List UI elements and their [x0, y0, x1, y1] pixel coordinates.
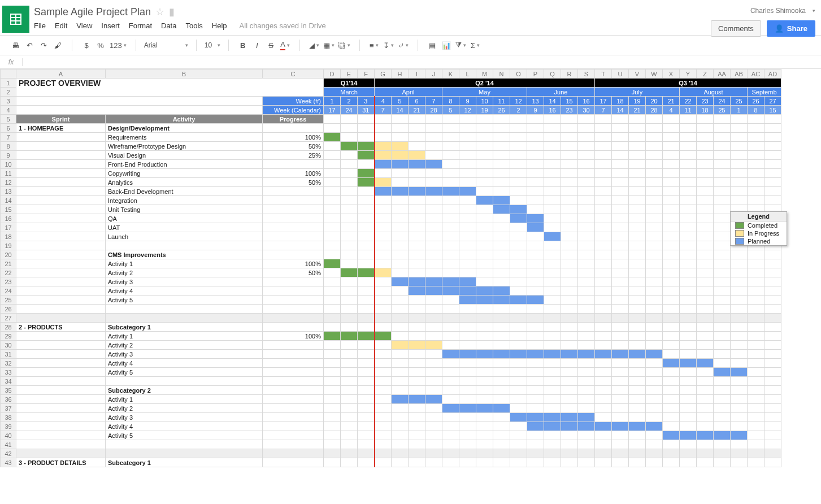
- gantt-cell[interactable]: [409, 341, 425, 350]
- gantt-cell[interactable]: [409, 178, 425, 187]
- gantt-cell[interactable]: [764, 458, 781, 467]
- gantt-cell[interactable]: [680, 341, 697, 350]
- sprint-cell[interactable]: [16, 350, 106, 359]
- activity-cell[interactable]: Activity 2: [106, 268, 263, 277]
- progress-cell[interactable]: 100%: [263, 332, 324, 341]
- gantt-cell[interactable]: [629, 268, 646, 277]
- gantt-cell[interactable]: [561, 241, 578, 250]
- gantt-cell[interactable]: [409, 368, 425, 377]
- gantt-cell[interactable]: [510, 241, 527, 250]
- gantt-cell[interactable]: [510, 350, 527, 359]
- gantt-cell[interactable]: [764, 259, 781, 268]
- font-family-select[interactable]: Arial▾: [141, 41, 192, 49]
- gantt-cell[interactable]: [561, 368, 578, 377]
- gantt-cell[interactable]: [714, 205, 731, 214]
- current-user[interactable]: Charles Shimooka: [750, 7, 806, 15]
- bold-button[interactable]: B: [237, 38, 249, 52]
- gantt-cell[interactable]: [476, 124, 493, 133]
- gantt-cell[interactable]: [748, 286, 764, 296]
- gantt-cell[interactable]: [493, 323, 510, 332]
- col-header[interactable]: U: [612, 69, 629, 79]
- gantt-cell[interactable]: [358, 214, 375, 223]
- progress-cell[interactable]: 100%: [263, 133, 324, 142]
- gantt-cell[interactable]: [375, 458, 392, 467]
- progress-cell[interactable]: [263, 449, 324, 458]
- gantt-cell[interactable]: [493, 169, 510, 178]
- row-header[interactable]: 16: [1, 214, 16, 223]
- gantt-cell[interactable]: [358, 440, 375, 449]
- gantt-cell[interactable]: [748, 178, 764, 187]
- gantt-cell[interactable]: [764, 395, 781, 404]
- gantt-cell[interactable]: [646, 332, 663, 341]
- gantt-cell[interactable]: [561, 187, 578, 196]
- sprint-cell[interactable]: [16, 314, 106, 323]
- gantt-cell[interactable]: [764, 323, 781, 332]
- gantt-cell[interactable]: [341, 440, 358, 449]
- gantt-cell[interactable]: [510, 368, 527, 377]
- gantt-cell[interactable]: [764, 368, 781, 377]
- gantt-cell[interactable]: [663, 241, 680, 250]
- gantt-cell[interactable]: [561, 395, 578, 404]
- gantt-cell[interactable]: [748, 350, 764, 359]
- col-header[interactable]: Z: [697, 69, 714, 79]
- gantt-cell[interactable]: [663, 232, 680, 241]
- gantt-cell[interactable]: [612, 286, 629, 296]
- gantt-cell[interactable]: [578, 440, 595, 449]
- gantt-cell[interactable]: [442, 241, 459, 250]
- gantt-cell[interactable]: [612, 268, 629, 277]
- col-header[interactable]: AC: [748, 69, 764, 79]
- gantt-cell[interactable]: [459, 296, 476, 305]
- gantt-cell[interactable]: [476, 151, 493, 160]
- gantt-cell[interactable]: [527, 133, 544, 142]
- spreadsheet-grid[interactable]: ABCDEFGHIJKLMNOPQRSTUVWXYZAAABACAD1PROJE…: [0, 69, 781, 467]
- gantt-cell[interactable]: [358, 277, 375, 286]
- cell[interactable]: [324, 115, 341, 124]
- gantt-cell[interactable]: [578, 133, 595, 142]
- gantt-cell[interactable]: [442, 440, 459, 449]
- gantt-cell[interactable]: [425, 458, 442, 467]
- gantt-cell[interactable]: [442, 286, 459, 296]
- sheets-app-icon[interactable]: [2, 6, 29, 33]
- gantt-cell[interactable]: [578, 268, 595, 277]
- gantt-cell[interactable]: [646, 259, 663, 268]
- gantt-cell[interactable]: [459, 259, 476, 268]
- gantt-cell[interactable]: [680, 133, 697, 142]
- gantt-cell[interactable]: [341, 205, 358, 214]
- gantt-cell[interactable]: [358, 223, 375, 232]
- progress-cell[interactable]: [263, 404, 324, 413]
- gantt-cell[interactable]: [358, 259, 375, 268]
- number-format[interactable]: 123: [108, 38, 128, 52]
- gantt-cell[interactable]: [493, 259, 510, 268]
- gantt-cell[interactable]: [510, 305, 527, 314]
- gantt-cell[interactable]: [324, 196, 341, 205]
- gantt-cell[interactable]: [425, 377, 442, 386]
- gantt-cell[interactable]: [544, 178, 561, 187]
- gantt-cell[interactable]: [510, 296, 527, 305]
- gantt-cell[interactable]: [493, 178, 510, 187]
- gantt-cell[interactable]: [612, 359, 629, 368]
- gantt-cell[interactable]: [629, 404, 646, 413]
- gantt-cell[interactable]: [341, 241, 358, 250]
- sprint-cell[interactable]: [16, 377, 106, 386]
- progress-cell[interactable]: [263, 314, 324, 323]
- gantt-cell[interactable]: [324, 124, 341, 133]
- gantt-cell[interactable]: [629, 341, 646, 350]
- gantt-cell[interactable]: [392, 223, 409, 232]
- progress-cell[interactable]: [263, 250, 324, 259]
- gantt-cell[interactable]: [358, 296, 375, 305]
- gantt-cell[interactable]: [459, 350, 476, 359]
- gantt-cell[interactable]: [714, 296, 731, 305]
- gantt-cell[interactable]: [595, 286, 612, 296]
- gantt-cell[interactable]: [544, 223, 561, 232]
- gantt-cell[interactable]: [612, 305, 629, 314]
- gantt-cell[interactable]: [612, 296, 629, 305]
- gantt-cell[interactable]: [510, 124, 527, 133]
- gantt-cell[interactable]: [510, 250, 527, 259]
- gantt-cell[interactable]: [680, 124, 697, 133]
- gantt-cell[interactable]: [731, 268, 748, 277]
- gantt-cell[interactable]: [561, 431, 578, 440]
- gantt-cell[interactable]: [476, 241, 493, 250]
- gantt-cell[interactable]: [409, 395, 425, 404]
- gantt-cell[interactable]: [324, 205, 341, 214]
- gantt-cell[interactable]: [731, 178, 748, 187]
